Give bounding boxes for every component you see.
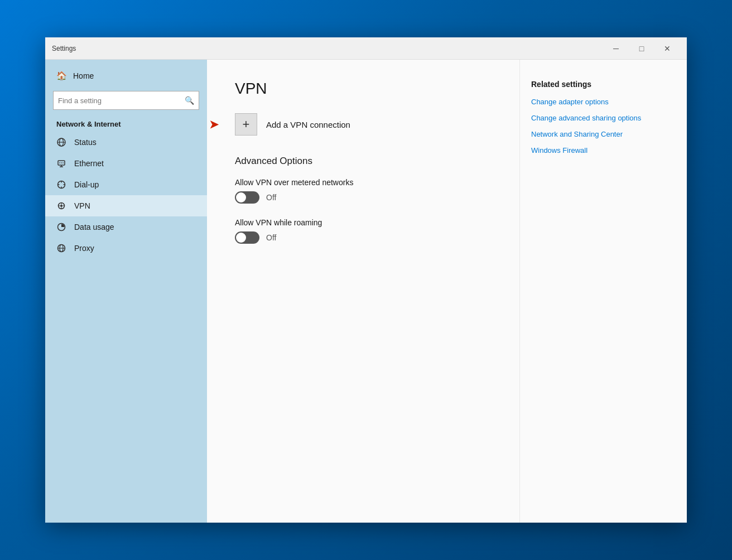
search-icon-button[interactable]: 🔍 — [185, 96, 194, 105]
datausage-icon — [56, 222, 66, 232]
search-box: 🔍 — [53, 91, 199, 110]
related-link-center[interactable]: Network and Sharing Center — [531, 130, 670, 138]
sidebar-item-home[interactable]: 🏠 Home — [45, 65, 207, 86]
sidebar-item-status[interactable]: Status — [45, 132, 207, 153]
add-vpn-button[interactable]: + — [235, 113, 257, 136]
window-content: 🏠 Home 🔍 Network & Internet Status — [45, 60, 687, 523]
proxy-icon — [56, 243, 66, 253]
vpn-roaming-status: Off — [266, 233, 276, 242]
add-vpn-row: ➤ + Add a VPN connection — [235, 113, 492, 136]
settings-window: Settings ─ □ ✕ 🏠 Home 🔍 Network & Intern… — [45, 37, 687, 523]
window-title: Settings — [52, 45, 603, 52]
vpn-metered-toggle[interactable] — [235, 191, 259, 204]
vpn-roaming-toggle[interactable] — [235, 231, 259, 244]
close-button[interactable]: ✕ — [654, 40, 680, 57]
home-icon: 🏠 — [56, 71, 66, 81]
sidebar-item-proxy-label: Proxy — [74, 244, 94, 253]
vpn-metered-label: Allow VPN over metered networks — [235, 178, 492, 187]
related-settings-panel: Related settings Change adapter options … — [519, 60, 687, 523]
section-label: Network & Internet — [45, 114, 207, 132]
sidebar-item-vpn-label: VPN — [74, 201, 90, 210]
svg-point-15 — [60, 205, 62, 207]
vpn-roaming-label: Allow VPN while roaming — [235, 218, 492, 227]
add-vpn-label: Add a VPN connection — [266, 120, 350, 129]
related-link-firewall[interactable]: Windows Firewall — [531, 146, 670, 155]
minimize-button[interactable]: ─ — [603, 40, 629, 57]
search-input[interactable] — [58, 96, 185, 105]
sidebar-item-dialup[interactable]: Dial-up — [45, 174, 207, 195]
page-title: VPN — [235, 80, 492, 98]
window-controls: ─ □ ✕ — [603, 40, 680, 57]
vpn-metered-option: Allow VPN over metered networks Off — [235, 178, 492, 204]
sidebar-item-datausage-label: Data usage — [74, 223, 114, 231]
vpn-metered-status: Off — [266, 193, 276, 202]
sidebar-item-ethernet[interactable]: Ethernet — [45, 153, 207, 174]
home-label: Home — [73, 71, 94, 80]
related-settings-title: Related settings — [531, 80, 670, 89]
sidebar-item-status-label: Status — [74, 138, 97, 147]
ethernet-icon — [56, 158, 66, 168]
related-link-adapter[interactable]: Change adapter options — [531, 98, 670, 106]
title-bar: Settings ─ □ ✕ — [45, 37, 687, 60]
sidebar-item-dialup-label: Dial-up — [74, 180, 99, 189]
maximize-button[interactable]: □ — [629, 40, 654, 57]
sidebar-item-proxy[interactable]: Proxy — [45, 238, 207, 259]
main-panel: VPN ➤ + Add a VPN connection Advanced Op… — [207, 60, 519, 523]
dialup-icon — [56, 180, 66, 190]
vpn-roaming-toggle-row: Off — [235, 231, 492, 244]
add-vpn-arrow-indicator: ➤ — [209, 118, 219, 131]
vpn-icon — [56, 201, 66, 211]
advanced-options-heading: Advanced Options — [235, 156, 492, 167]
related-link-sharing[interactable]: Change advanced sharing options — [531, 114, 670, 122]
status-icon — [56, 137, 66, 147]
sidebar-item-datausage[interactable]: Data usage — [45, 216, 207, 238]
sidebar: 🏠 Home 🔍 Network & Internet Status — [45, 60, 207, 523]
sidebar-item-ethernet-label: Ethernet — [74, 159, 104, 168]
vpn-roaming-option: Allow VPN while roaming Off — [235, 218, 492, 244]
vpn-metered-toggle-row: Off — [235, 191, 492, 204]
sidebar-item-vpn[interactable]: ➤ VPN — [45, 195, 207, 216]
